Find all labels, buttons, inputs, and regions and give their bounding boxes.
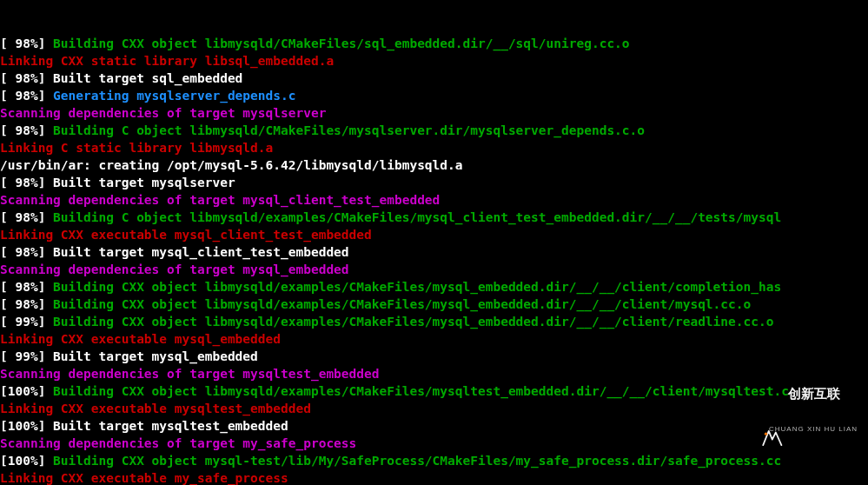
terminal-text: [100%] [0, 384, 53, 398]
terminal-line: /usr/bin/ar: creating /opt/mysql-5.6.42/… [0, 156, 868, 174]
terminal-text: Linking CXX executable mysqltest_embedde… [0, 402, 311, 415]
terminal-text: Generating mysqlserver_depends.c [53, 89, 295, 103]
terminal-text: [100%] Built target mysqltest_embedded [0, 419, 288, 433]
watermark: 创新互联 CHUANG XIN HU LIAN [741, 368, 858, 473]
terminal-text: [ 99%] Built target mysql_embedded [0, 349, 258, 363]
terminal-text: Linking C static library libmysqld.a [0, 141, 273, 155]
watermark-logo-icon [741, 409, 764, 432]
terminal-line: Linking CXX executable mysql_embedded [0, 330, 868, 348]
terminal-text: [ 98%] [0, 37, 53, 50]
terminal-text: [ 98%] Built target mysqlserver [0, 176, 235, 189]
terminal-text: Scanning dependencies of target my_safe_… [0, 436, 356, 450]
terminal-text: [ 98%] [0, 210, 53, 224]
terminal-text: [ 98%] [0, 297, 53, 311]
terminal-line: [ 98%] Built target mysql_client_test_em… [0, 243, 868, 261]
terminal-line: Scanning dependencies of target mysqltes… [0, 365, 868, 382]
terminal-line: [100%] Built target mysqltest_embedded [0, 417, 868, 435]
terminal-text: /usr/bin/ar: creating /opt/mysql-5.6.42/… [0, 158, 463, 172]
terminal-line: [ 98%] Building CXX object libmysqld/CMa… [0, 35, 868, 52]
terminal-line: [100%] Building CXX object libmysqld/exa… [0, 382, 868, 400]
terminal-line: [100%] Building CXX object mysql-test/li… [0, 452, 868, 469]
terminal-text: Building CXX object libmysqld/examples/C… [53, 315, 773, 329]
terminal-line: [ 98%] Building CXX object libmysqld/exa… [0, 296, 868, 313]
terminal-line: [ 98%] Generating mysqlserver_depends.c [0, 87, 868, 104]
terminal-line: Scanning dependencies of target mysql_cl… [0, 191, 868, 209]
svg-point-0 [765, 432, 767, 435]
terminal-text: [ 98%] Built target mysql_client_test_em… [0, 245, 349, 259]
terminal-line: [ 99%] Building CXX object libmysqld/exa… [0, 313, 868, 330]
terminal-line: Scanning dependencies of target my_safe_… [0, 435, 868, 452]
terminal-line: Linking CXX executable my_safe_process [0, 469, 868, 485]
terminal-text: Building CXX object mysql-test/lib/My/Sa… [53, 454, 781, 468]
terminal-text: Building C object libmysqld/examples/CMa… [53, 210, 781, 224]
terminal-line: Scanning dependencies of target mysql_em… [0, 261, 868, 278]
terminal-line: Linking C static library libmysqld.a [0, 139, 868, 156]
terminal-text: Linking CXX executable mysql_client_test… [0, 228, 372, 242]
terminal-line: [ 98%] Built target mysqlserver [0, 174, 868, 191]
terminal[interactable]: [ 98%] Building CXX object libmysqld/CMa… [0, 0, 868, 485]
terminal-line: Linking CXX executable mysql_client_test… [0, 226, 868, 243]
terminal-text: Scanning dependencies of target mysql_cl… [0, 193, 440, 207]
terminal-text: Building CXX object libmysqld/examples/C… [53, 280, 781, 294]
terminal-text: Building CXX object libmysqld/examples/C… [53, 297, 751, 311]
terminal-text: [ 98%] [0, 280, 53, 294]
terminal-line: [ 98%] Building C object libmysqld/examp… [0, 209, 868, 226]
terminal-text: Linking CXX executable my_safe_process [0, 471, 288, 485]
terminal-output: [ 98%] Building CXX object libmysqld/CMa… [0, 35, 868, 485]
terminal-text: [ 98%] [0, 89, 53, 103]
terminal-text: Scanning dependencies of target mysql_em… [0, 262, 349, 276]
terminal-line: [ 98%] Built target sql_embedded [0, 70, 868, 87]
terminal-text: Scanning dependencies of target mysqlser… [0, 106, 326, 120]
terminal-line: Scanning dependencies of target mysqlser… [0, 104, 868, 122]
terminal-text: [ 98%] Built target sql_embedded [0, 71, 242, 85]
terminal-line: Linking CXX static library libsql_embedd… [0, 52, 868, 70]
watermark-title: 创新互联 [788, 386, 840, 401]
terminal-text: Scanning dependencies of target mysqltes… [0, 367, 380, 381]
terminal-text: Building CXX object libmysqld/CMakeFiles… [53, 37, 629, 50]
terminal-line: [ 98%] Building C object libmysqld/CMake… [0, 122, 868, 139]
terminal-text: Building CXX object libmysqld/examples/C… [53, 384, 789, 398]
terminal-text: Building C object libmysqld/CMakeFiles/m… [53, 123, 645, 137]
terminal-text: [100%] [0, 454, 53, 468]
terminal-text: Linking CXX executable mysql_embedded [0, 332, 281, 346]
terminal-text: [ 99%] [0, 315, 53, 329]
terminal-text: [ 98%] [0, 123, 53, 137]
terminal-text: Linking CXX static library libsql_embedd… [0, 54, 334, 68]
terminal-line: [ 98%] Building CXX object libmysqld/exa… [0, 278, 868, 296]
terminal-line: [ 99%] Built target mysql_embedded [0, 348, 868, 365]
terminal-line: Linking CXX executable mysqltest_embedde… [0, 400, 868, 417]
